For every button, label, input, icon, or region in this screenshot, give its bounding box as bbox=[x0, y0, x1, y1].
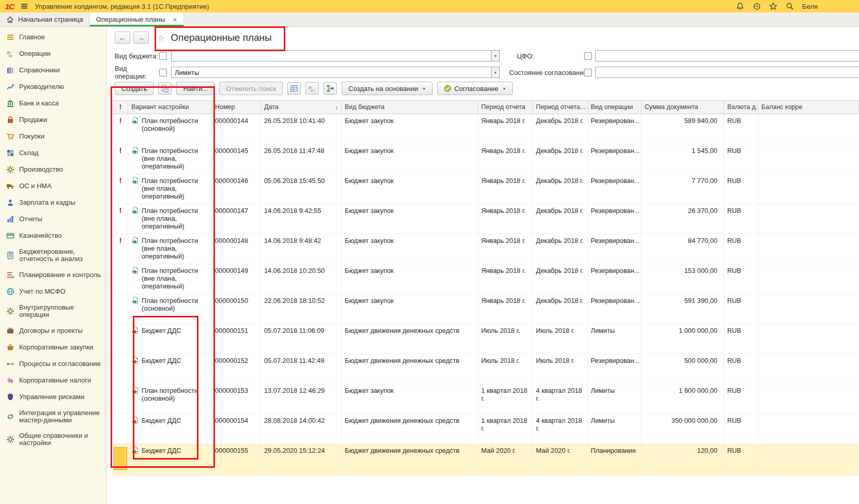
cell-period-end[interactable]: Декабрь 2018 г. bbox=[533, 114, 588, 144]
sidebar-item-22[interactable]: Управление рисками bbox=[0, 389, 106, 405]
cell-correspondent-balance[interactable] bbox=[758, 114, 859, 144]
cell-currency[interactable]: RUB bbox=[724, 444, 758, 476]
cfo-input[interactable] bbox=[595, 50, 859, 62]
cell-period-end[interactable]: Май 2020 г. bbox=[533, 444, 588, 476]
column-header[interactable]: Период отчета bbox=[478, 100, 533, 114]
cell-operation-type[interactable]: Резервирован... bbox=[588, 354, 641, 384]
cell-amount[interactable]: 153 000,00 bbox=[641, 264, 724, 294]
sidebar-item-21[interactable]: %Корпоративные налоги bbox=[0, 372, 106, 389]
sidebar-item-16[interactable]: Учет по МСФО bbox=[0, 283, 106, 300]
cell-budget-type[interactable]: Бюджет закупок bbox=[342, 144, 478, 174]
sidebar-item-9[interactable]: Производство bbox=[0, 161, 106, 178]
cell-alert[interactable] bbox=[113, 324, 128, 354]
cell-period-start[interactable]: Январь 2018 г. bbox=[478, 204, 533, 234]
approval-state-input[interactable] bbox=[595, 67, 859, 78]
sidebar-item-15[interactable]: Планирование и контроль bbox=[0, 267, 106, 283]
favorites-star-icon[interactable] bbox=[769, 2, 777, 10]
cell-period-start[interactable]: Январь 2018 г. bbox=[478, 264, 533, 294]
table-row[interactable]: Бюджет ДДС00000015105.07.2018 11:06:09Бю… bbox=[113, 324, 859, 354]
cell-budget-type[interactable]: Бюджет закупок bbox=[342, 174, 478, 204]
cell-budget-type[interactable]: Бюджет закупок bbox=[342, 384, 478, 414]
cell-alert[interactable]: ! bbox=[113, 234, 128, 264]
sidebar-item-20[interactable]: Процессы и согласование bbox=[0, 356, 106, 372]
cell-period-end[interactable]: Декабрь 2018 г. bbox=[533, 294, 588, 324]
sidebar-item-4[interactable]: Руководителю bbox=[0, 79, 106, 95]
cell-operation-type[interactable]: Лимиты bbox=[588, 324, 641, 354]
cell-currency[interactable]: RUB bbox=[724, 294, 758, 324]
cell-amount[interactable]: 120,00 bbox=[641, 444, 724, 476]
cell-period-start[interactable]: Январь 2018 г. bbox=[478, 234, 533, 264]
cell-budget-type[interactable]: Бюджет закупок bbox=[342, 264, 478, 294]
cell-number[interactable]: 000000153 bbox=[212, 384, 261, 414]
cell-budget-type[interactable]: Бюджет закупок bbox=[342, 234, 478, 264]
cell-correspondent-balance[interactable] bbox=[758, 444, 859, 476]
column-header[interactable]: Сумма документа bbox=[641, 100, 724, 114]
cell-amount[interactable]: 1 000 000,00 bbox=[641, 324, 724, 354]
sidebar-item-24[interactable]: Общие справочники и настройки bbox=[0, 428, 106, 451]
copy-button[interactable] bbox=[158, 82, 172, 95]
sidebar-item-7[interactable]: Покупки bbox=[0, 128, 106, 145]
output-list-button[interactable] bbox=[287, 82, 301, 95]
find-button[interactable]: Найти... bbox=[176, 82, 214, 95]
main-menu-icon[interactable] bbox=[20, 2, 28, 10]
table-row[interactable]: !План потребности (основной)00000014426.… bbox=[113, 114, 859, 144]
table-row[interactable]: План потребности (основной)00000015313.0… bbox=[113, 384, 859, 414]
sidebar-item-8[interactable]: Склад bbox=[0, 145, 106, 161]
cell-budget-type[interactable]: Бюджет движения денежных средств bbox=[342, 324, 478, 354]
cell-budget-type[interactable]: Бюджет движения денежных средств bbox=[342, 414, 478, 444]
operation-type-dropdown-icon[interactable]: ▼ bbox=[492, 67, 500, 78]
cancel-search-button[interactable]: Отменить поиск bbox=[219, 82, 283, 95]
cell-currency[interactable]: RUB bbox=[724, 174, 758, 204]
table-row[interactable]: План потребности (основной)00000015022.0… bbox=[113, 294, 859, 324]
operation-type-input[interactable] bbox=[171, 67, 492, 78]
cell-correspondent-balance[interactable] bbox=[758, 174, 859, 204]
sidebar-item-5[interactable]: Банк и касса bbox=[0, 95, 106, 112]
sidebar-item-3[interactable]: Справочники bbox=[0, 62, 106, 79]
cell-operation-type[interactable]: Лимиты bbox=[588, 384, 641, 414]
cell-settings-variant[interactable]: Бюджет ДДС bbox=[128, 324, 212, 354]
cell-amount[interactable]: 350 000 000,00 bbox=[641, 414, 724, 444]
cell-alert[interactable] bbox=[113, 384, 128, 414]
cell-number[interactable]: 000000149 bbox=[212, 264, 261, 294]
cell-budget-type[interactable]: Бюджет закупок bbox=[342, 204, 478, 234]
cell-period-end[interactable]: 4 квартал 2018 г. bbox=[533, 384, 588, 414]
cell-amount[interactable]: 7 770,00 bbox=[641, 174, 724, 204]
create-based-on-button[interactable]: Создать на основании ▼ bbox=[342, 82, 433, 95]
cell-amount[interactable]: 1 600 000,00 bbox=[641, 384, 724, 414]
history-icon[interactable] bbox=[753, 2, 761, 10]
cell-operation-type[interactable]: Резервирован... bbox=[588, 144, 641, 174]
cell-number[interactable]: 000000146 bbox=[212, 174, 261, 204]
cell-correspondent-balance[interactable] bbox=[758, 294, 859, 324]
table-row[interactable]: Бюджет ДДС00000015428.08.2018 14:00:42Бю… bbox=[113, 414, 859, 444]
table-row[interactable]: !План потребности (вне плана, оперативны… bbox=[113, 144, 859, 174]
cell-settings-variant[interactable]: План потребности (вне плана, оперативный… bbox=[128, 234, 212, 264]
cell-alert[interactable] bbox=[113, 444, 128, 476]
cell-operation-type[interactable]: Планирование bbox=[588, 444, 641, 476]
cell-settings-variant[interactable]: План потребности (вне плана, оперативный… bbox=[128, 144, 212, 174]
cell-date[interactable]: 14.06.2018 10:20:50 bbox=[261, 264, 342, 294]
table-row[interactable]: !План потребности (вне плана, оперативны… bbox=[113, 174, 859, 204]
column-header[interactable]: Вид бюджета bbox=[342, 100, 478, 114]
cell-number[interactable]: 000000147 bbox=[212, 204, 261, 234]
cell-alert[interactable]: ! bbox=[113, 174, 128, 204]
cell-period-end[interactable]: 4 квартал 2018 г. bbox=[533, 414, 588, 444]
cell-amount[interactable]: 26 370,00 bbox=[641, 204, 724, 234]
cell-correspondent-balance[interactable] bbox=[758, 384, 859, 414]
cell-date[interactable]: 26.05.2018 11:47:48 bbox=[261, 144, 342, 174]
cell-settings-variant[interactable]: План потребности (вне плана, оперативный… bbox=[128, 174, 212, 204]
cell-settings-variant[interactable]: План потребности (основной) bbox=[128, 114, 212, 144]
column-header[interactable]: Номер bbox=[212, 100, 261, 114]
operation-type-checkbox[interactable] bbox=[159, 69, 167, 77]
sidebar-item-10[interactable]: ОС и НМА bbox=[0, 178, 106, 194]
cell-date[interactable]: 05.07.2018 11:42:49 bbox=[261, 354, 342, 384]
tab-close-icon[interactable]: × bbox=[173, 16, 177, 23]
approval-state-checkbox[interactable] bbox=[584, 69, 592, 77]
cell-alert[interactable] bbox=[113, 294, 128, 324]
cell-date[interactable]: 14.06.2018 9:42:55 bbox=[261, 204, 342, 234]
cell-correspondent-balance[interactable] bbox=[758, 354, 859, 384]
cell-alert[interactable]: ! bbox=[113, 204, 128, 234]
cell-date[interactable]: 13.07.2018 12:46:29 bbox=[261, 384, 342, 414]
cfo-checkbox[interactable] bbox=[584, 52, 592, 60]
cell-settings-variant[interactable]: Бюджет ДДС bbox=[128, 414, 212, 444]
tab-home[interactable]: Начальная страница bbox=[0, 12, 89, 26]
